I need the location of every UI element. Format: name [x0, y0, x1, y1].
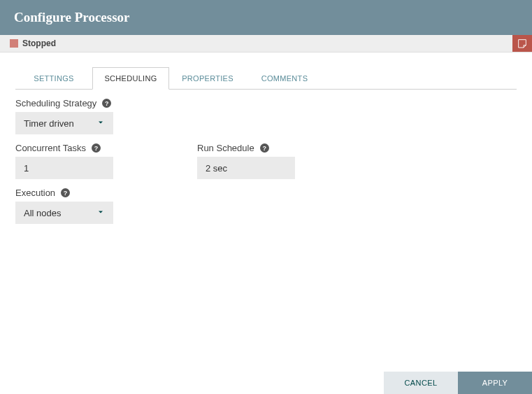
tabs-row: SETTINGS SCHEDULING PROPERTIES COMMENTS	[15, 66, 517, 90]
label-text: Execution	[15, 188, 55, 198]
dialog-footer: CANCEL APPLY	[384, 372, 532, 394]
comments-toggle-button[interactable]	[512, 35, 532, 52]
apply-button[interactable]: APPLY	[458, 372, 532, 394]
field-execution: Execution ? All nodes	[15, 188, 162, 224]
execution-select[interactable]: All nodes	[15, 202, 113, 224]
status-bar: Stopped	[0, 35, 532, 52]
select-value: All nodes	[24, 208, 61, 218]
label-execution: Execution ?	[15, 188, 162, 198]
field-concurrent-tasks: Concurrent Tasks ?	[15, 143, 162, 179]
help-icon[interactable]: ?	[260, 143, 269, 153]
scheduling-strategy-select[interactable]: Timer driven	[15, 112, 113, 134]
scheduling-content: Scheduling Strategy ? Timer driven Concu…	[0, 90, 532, 394]
dialog-title: Configure Processor	[14, 10, 130, 24]
label-run-schedule: Run Schedule ?	[197, 143, 344, 153]
tab-settings[interactable]: SETTINGS	[15, 67, 92, 90]
label-text: Run Schedule	[197, 143, 254, 153]
tab-comments[interactable]: COMMENTS	[246, 67, 323, 90]
label-concurrent-tasks: Concurrent Tasks ?	[15, 143, 162, 153]
chevron-down-icon	[96, 118, 105, 129]
help-icon[interactable]: ?	[61, 188, 70, 197]
field-scheduling-strategy: Scheduling Strategy ? Timer driven	[15, 98, 162, 134]
dialog-header: Configure Processor	[0, 0, 532, 35]
configure-processor-dialog: Configure Processor Stopped SETTINGS SCH…	[0, 0, 532, 394]
status-text: Stopped	[22, 38, 56, 48]
chevron-down-icon	[96, 208, 105, 218]
concurrent-tasks-input[interactable]	[15, 157, 113, 179]
note-icon	[517, 38, 528, 49]
label-text: Concurrent Tasks	[15, 143, 86, 153]
select-value: Timer driven	[24, 118, 74, 129]
row-tasks-schedule: Concurrent Tasks ? Run Schedule ?	[15, 143, 517, 179]
cancel-button[interactable]: CANCEL	[384, 372, 458, 394]
row-scheduling-strategy: Scheduling Strategy ? Timer driven	[15, 98, 517, 134]
tab-scheduling[interactable]: SCHEDULING	[92, 67, 169, 90]
help-icon[interactable]: ?	[102, 99, 111, 108]
stopped-icon	[10, 39, 18, 48]
run-schedule-input[interactable]	[197, 157, 295, 179]
label-scheduling-strategy: Scheduling Strategy ?	[15, 98, 162, 108]
label-text: Scheduling Strategy	[15, 98, 96, 108]
help-icon[interactable]: ?	[92, 143, 101, 153]
tab-properties[interactable]: PROPERTIES	[169, 67, 246, 90]
row-execution: Execution ? All nodes	[15, 188, 517, 224]
field-run-schedule: Run Schedule ?	[197, 143, 344, 179]
